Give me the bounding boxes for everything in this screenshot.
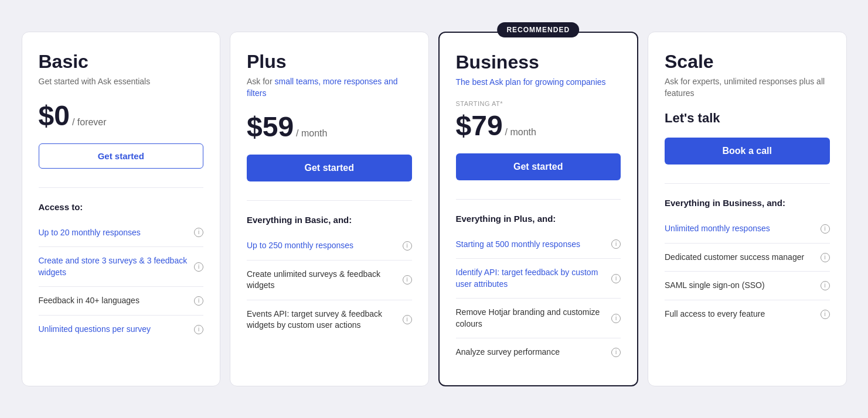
- feature-text-business-3: Analyze survey performance: [456, 347, 608, 358]
- feature-item-scale-0: Unlimited monthly responses i: [665, 215, 830, 244]
- features-list-plus: Up to 250 monthly responses i Create unl…: [247, 232, 412, 340]
- feature-text-plus-1: Create unlimited surveys & feedback widg…: [247, 269, 399, 292]
- feature-text-basic-0: Up to 20 monthly responses: [39, 227, 191, 239]
- price-period-basic: / forever: [72, 117, 107, 128]
- features-list-basic: Up to 20 monthly responses i Create and …: [39, 219, 204, 344]
- info-icon-business-0[interactable]: i: [611, 239, 621, 249]
- section-label-basic: Access to:: [39, 202, 204, 212]
- info-icon-business-3[interactable]: i: [611, 348, 621, 357]
- feature-text-plus-0: Up to 250 monthly responses: [247, 240, 399, 252]
- feature-item-plus-2: Events API: target survey & feedback wid…: [247, 300, 412, 340]
- price-amount-business: $79: [456, 109, 503, 142]
- feature-text-basic-2: Feedback in 40+ languages: [39, 295, 191, 307]
- feature-item-scale-1: Dedicated customer success manager i: [665, 244, 830, 272]
- divider-plus: [247, 200, 412, 201]
- cta-button-basic[interactable]: Get started: [39, 143, 204, 169]
- info-icon-scale-1[interactable]: i: [821, 253, 830, 262]
- plan-name-business: Business: [456, 52, 621, 73]
- info-icon-plus-2[interactable]: i: [403, 315, 412, 324]
- price-row-plus: $59 / month: [247, 111, 412, 143]
- info-icon-scale-2[interactable]: i: [821, 281, 830, 290]
- starting-at-business: STARTING AT*: [456, 100, 621, 107]
- feature-item-business-2: Remove Hotjar branding and customize col…: [456, 299, 621, 338]
- plan-name-scale: Scale: [665, 51, 830, 73]
- feature-text-basic-3: Unlimited questions per survey: [39, 324, 191, 335]
- feature-text-basic-1: Create and store 3 surveys & 3 feedback …: [39, 255, 191, 278]
- recommended-badge: RECOMMENDED: [497, 22, 579, 37]
- info-icon-plus-1[interactable]: i: [403, 275, 412, 285]
- feature-item-basic-0: Up to 20 monthly responses i: [39, 219, 204, 248]
- cta-button-business[interactable]: Get started: [456, 153, 621, 180]
- price-row-business: $79 / month: [456, 109, 621, 142]
- plan-description-business: The best Ask plan for growing companies: [456, 77, 621, 88]
- section-label-plus: Everything in Basic, and:: [247, 215, 412, 225]
- plan-description-basic: Get started with Ask essentials: [39, 76, 204, 88]
- section-label-scale: Everything in Business, and:: [665, 198, 830, 208]
- info-icon-basic-0[interactable]: i: [194, 228, 203, 237]
- plan-name-basic: Basic: [39, 51, 204, 73]
- divider-basic: [39, 187, 204, 188]
- feature-text-scale-0: Unlimited monthly responses: [665, 223, 817, 235]
- plan-name-plus: Plus: [247, 51, 412, 73]
- feature-text-business-0: Starting at 500 monthly responses: [456, 239, 608, 251]
- features-list-business: Starting at 500 monthly responses i Iden…: [456, 231, 621, 367]
- features-list-scale: Unlimited monthly responses i Dedicated …: [665, 215, 830, 328]
- price-row-basic: $0 / forever: [39, 100, 204, 132]
- info-icon-scale-0[interactable]: i: [821, 224, 830, 234]
- lets-talk-scale: Let's talk: [665, 111, 830, 126]
- feature-item-basic-1: Create and store 3 surveys & 3 feedback …: [39, 247, 204, 287]
- pricing-container: BasicGet started with Ask essentials $0 …: [12, 14, 856, 404]
- price-period-plus: / month: [296, 128, 327, 139]
- price-amount-basic: $0: [39, 100, 70, 132]
- feature-text-business-2: Remove Hotjar branding and customize col…: [456, 307, 608, 330]
- plan-card-plus: PlusAsk for small teams, more responses …: [230, 32, 429, 386]
- cta-button-plus[interactable]: Get started: [247, 155, 412, 181]
- plan-description-scale: Ask for experts, unlimited responses plu…: [665, 76, 830, 99]
- feature-item-business-0: Starting at 500 monthly responses i: [456, 231, 621, 259]
- divider-business: [456, 199, 621, 200]
- divider-scale: [665, 183, 830, 184]
- feature-item-scale-3: Full access to every feature i: [665, 300, 830, 328]
- feature-text-plus-2: Events API: target survey & feedback wid…: [247, 309, 399, 331]
- feature-text-scale-1: Dedicated customer success manager: [665, 252, 817, 263]
- feature-item-basic-2: Feedback in 40+ languages i: [39, 287, 204, 316]
- feature-item-business-1: Identify API: target feedback by custom …: [456, 259, 621, 299]
- feature-item-plus-0: Up to 250 monthly responses i: [247, 232, 412, 261]
- info-icon-plus-0[interactable]: i: [403, 241, 412, 251]
- info-icon-basic-2[interactable]: i: [194, 296, 203, 306]
- info-icon-business-2[interactable]: i: [611, 314, 621, 323]
- feature-text-scale-3: Full access to every feature: [665, 309, 817, 320]
- feature-text-business-1: Identify API: target feedback by custom …: [456, 267, 608, 290]
- info-icon-scale-3[interactable]: i: [821, 310, 830, 319]
- cta-button-scale[interactable]: Book a call: [665, 138, 830, 165]
- feature-item-scale-2: SAML single sign-on (SSO) i: [665, 272, 830, 300]
- plan-card-basic: BasicGet started with Ask essentials $0 …: [22, 32, 221, 386]
- feature-text-scale-2: SAML single sign-on (SSO): [665, 280, 817, 292]
- plan-description-plus: Ask for small teams, more responses and …: [247, 76, 412, 99]
- plan-card-business: RECOMMENDEDBusinessThe best Ask plan for…: [438, 32, 639, 386]
- price-amount-plus: $59: [247, 111, 294, 143]
- feature-item-business-3: Analyze survey performance i: [456, 338, 621, 366]
- feature-item-basic-3: Unlimited questions per survey i: [39, 316, 204, 344]
- info-icon-basic-1[interactable]: i: [194, 262, 203, 272]
- plan-card-scale: ScaleAsk for experts, unlimited response…: [648, 32, 847, 386]
- section-label-business: Everything in Plus, and:: [456, 214, 621, 224]
- feature-item-plus-1: Create unlimited surveys & feedback widg…: [247, 261, 412, 300]
- price-period-business: / month: [505, 127, 536, 138]
- info-icon-basic-3[interactable]: i: [194, 325, 203, 334]
- info-icon-business-1[interactable]: i: [611, 274, 621, 283]
